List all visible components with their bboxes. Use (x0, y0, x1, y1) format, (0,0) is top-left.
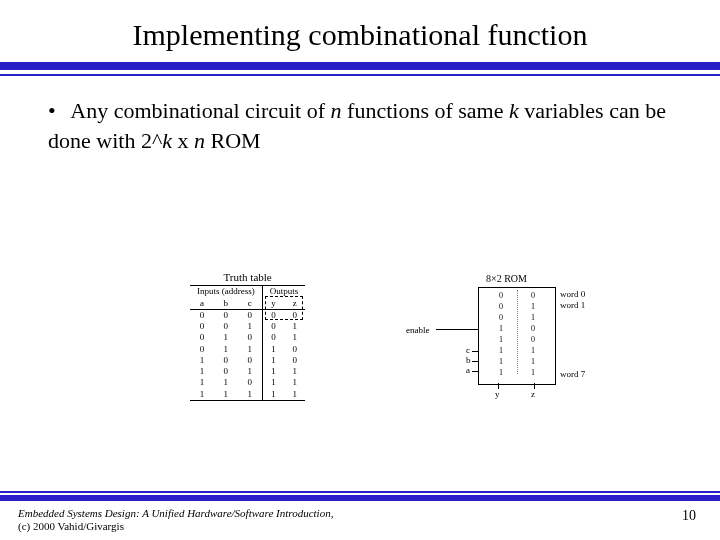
table-row: 10111 (190, 366, 305, 377)
bullet-marker: • (48, 96, 66, 126)
table-row: 11111 (190, 389, 305, 401)
out-y-label: y (495, 389, 500, 399)
word-label-0: word 0 (560, 289, 585, 299)
divider-thick (0, 62, 720, 70)
rom-col-y: 00011111 (489, 290, 513, 378)
addr-a-label: a (466, 365, 470, 375)
divider-thin (0, 74, 720, 76)
out-z-label: z (531, 389, 535, 399)
bullet-item: • Any combinational circuit of n functio… (0, 90, 720, 155)
addr-wire-a (472, 371, 478, 372)
footer: Embedded Systems Design: A Unified Hardw… (0, 491, 720, 535)
rom-col-z: 01100111 (521, 290, 545, 378)
table-row: 11011 (190, 377, 305, 388)
addr-b-label: b (466, 355, 471, 365)
footer-rule-thin (0, 491, 720, 493)
table-row: 01001 (190, 332, 305, 343)
tt-inputs-header: Inputs (address) (190, 286, 262, 298)
enable-wire (436, 329, 478, 330)
rom-box: 00011111 01100111 (478, 287, 556, 385)
addr-wire-b (472, 361, 478, 362)
rom-title: 8×2 ROM (486, 273, 527, 284)
footer-rule-thick (0, 495, 720, 501)
truth-table-title: Truth table (190, 271, 305, 283)
table-row: 00101 (190, 321, 305, 332)
bullet-text: Any combinational circuit of n functions… (48, 98, 666, 153)
slide-title: Implementing combinational function (0, 0, 720, 62)
truth-table: Truth table Inputs (address) Outputs a b… (190, 271, 305, 401)
word-label-7: word 7 (560, 369, 585, 379)
enable-label: enable (406, 325, 429, 335)
table-row: 00000 (190, 309, 305, 321)
addr-c-label: c (466, 345, 470, 355)
tt-outputs-header: Outputs (262, 286, 305, 298)
word-label-1: word 1 (560, 300, 585, 310)
table-row: 10010 (190, 355, 305, 366)
addr-wire-c (472, 351, 478, 352)
page-number: 10 (682, 508, 696, 524)
footer-citation: Embedded Systems Design: A Unified Hardw… (0, 507, 348, 535)
table-row: 01110 (190, 344, 305, 355)
